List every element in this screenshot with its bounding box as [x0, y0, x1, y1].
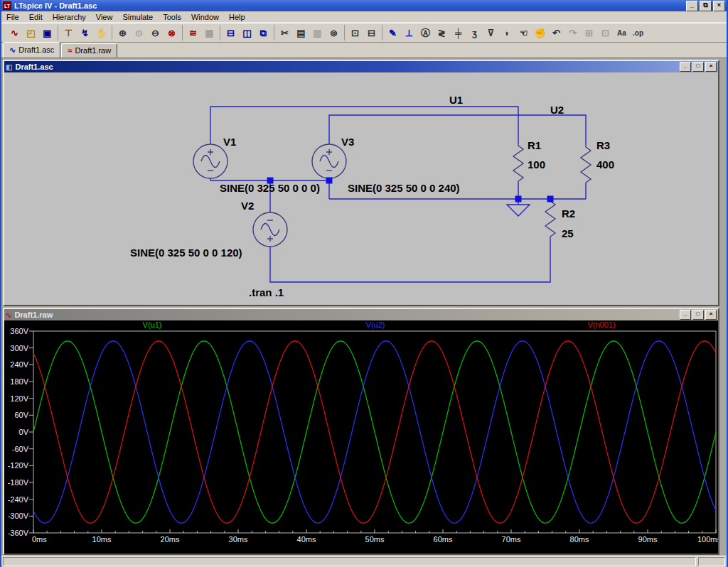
print-button[interactable]: ⊟: [363, 25, 380, 40]
schematic-wires[interactable]: [210, 107, 586, 282]
voltage-source-v3[interactable]: [312, 144, 346, 178]
status-bar: [1, 556, 727, 567]
waveform-minimize-button[interactable]: _: [680, 310, 691, 320]
minimize-button[interactable]: _: [686, 1, 698, 11]
label-r1[interactable]: R1: [528, 139, 541, 151]
schematic-maximize-button[interactable]: □: [692, 62, 704, 72]
redo-button: ↷: [564, 25, 581, 40]
menu-edit[interactable]: Edit: [24, 12, 48, 22]
plot-settings-button: ▦: [201, 25, 218, 40]
undo-icon: ↶: [552, 28, 560, 38]
window-title: LTspice IV - Draft1.asc: [14, 1, 685, 10]
ground-symbol[interactable]: [507, 205, 530, 216]
close-button[interactable]: ×: [713, 1, 725, 11]
zoom-in-button[interactable]: ⊕: [114, 25, 131, 40]
x-tick-label: 20ms: [161, 535, 180, 544]
wire-button[interactable]: ✎: [385, 25, 401, 40]
resistor-r2[interactable]: [545, 201, 555, 239]
label-v2[interactable]: V2: [241, 200, 254, 212]
x-axis[interactable]: 0ms10ms20ms30ms40ms50ms60ms70ms80ms90ms1…: [32, 529, 718, 544]
spice-directive-button[interactable]: .op: [630, 25, 646, 40]
tile-horizontally-button[interactable]: ⊟: [223, 25, 239, 40]
voltage-source-v2[interactable]: [253, 212, 287, 247]
y-tick-label: 120V: [10, 394, 28, 403]
value-v3[interactable]: SINE(0 325 50 0 0 240): [348, 182, 460, 194]
cascade-windows-button[interactable]: ⧉: [255, 25, 272, 40]
tile-vertically-button[interactable]: ◫: [239, 25, 255, 40]
waveform-tab-icon: ≈: [68, 46, 72, 55]
component-button[interactable]: ◗: [499, 25, 515, 40]
schematic-window-title-bar: ◧ Draft1.asc _ □ ×: [4, 61, 718, 72]
waveform-maximize-button[interactable]: □: [692, 310, 704, 320]
waveform-plot[interactable]: 360V300V240V180V120V60V0V-60V-120V-180V-…: [4, 320, 718, 554]
ground-button[interactable]: ⊥: [401, 25, 417, 40]
schematic-minimize-button[interactable]: _: [680, 62, 691, 72]
menu-window[interactable]: Window: [186, 12, 224, 22]
menu-view[interactable]: View: [91, 12, 118, 22]
label-v1[interactable]: V1: [223, 136, 236, 148]
value-v1[interactable]: SINE(0 325 50 0 0 0): [220, 182, 320, 194]
y-tick-label: -240V: [8, 495, 29, 504]
net-label-u1[interactable]: U1: [449, 94, 463, 106]
zoom-back-button: ⊙: [131, 25, 147, 40]
label-r3[interactable]: R3: [596, 139, 610, 151]
new-schematic-button[interactable]: ∿: [6, 25, 23, 40]
menu-help[interactable]: Help: [224, 12, 250, 22]
control-panel-button[interactable]: ⊤: [60, 25, 77, 40]
cut-button[interactable]: ✂: [277, 25, 293, 40]
extra-tool-1-button: ⊞: [581, 25, 597, 40]
save-button[interactable]: ▣: [39, 25, 55, 40]
capacitor-button[interactable]: ╪: [450, 25, 466, 40]
restore-button[interactable]: ⧉: [700, 1, 712, 11]
value-r2[interactable]: 25: [562, 227, 574, 239]
print-preview-button[interactable]: ⊡: [347, 25, 363, 40]
y-axis[interactable]: 360V300V240V180V120V60V0V-60V-120V-180V-…: [8, 327, 33, 537]
value-v2[interactable]: SINE(0 325 50 0 0 120): [130, 247, 242, 259]
value-r1[interactable]: 100: [528, 158, 545, 171]
menu-hierarchy[interactable]: Hierarchy: [48, 12, 91, 22]
waveform-plot-area[interactable]: 360V300V240V180V120V60V0V-60V-120V-180V-…: [4, 320, 718, 554]
autorange-y-axis-button[interactable]: ≋: [185, 25, 201, 40]
legend-V(u2)[interactable]: V(u2): [366, 320, 385, 329]
net-label-u2[interactable]: U2: [550, 104, 564, 116]
schematic-drawing[interactable]: V1 V3 V2 U1 U2 R1 100 R3 400 R2 25 SINE(…: [4, 72, 718, 305]
resistor-r3[interactable]: [581, 144, 591, 183]
spice-directive-text[interactable]: .tran .1: [249, 286, 284, 298]
label-v3[interactable]: V3: [341, 136, 354, 148]
new-schematic-icon: ∿: [11, 28, 18, 38]
label-r2[interactable]: R2: [562, 207, 575, 220]
legend-V(u1)[interactable]: V(u1): [143, 320, 162, 329]
resistor-r1[interactable]: [513, 143, 523, 181]
menu-file[interactable]: File: [1, 12, 24, 22]
find-icon: ⊚: [330, 28, 338, 38]
resistor-button[interactable]: ≷: [434, 25, 450, 40]
copy-button[interactable]: ▤: [293, 25, 309, 40]
inductor-button[interactable]: ʒ: [466, 25, 483, 40]
schematic-canvas[interactable]: V1 V3 V2 U1 U2 R1 100 R3 400 R2 25 SINE(…: [4, 72, 718, 305]
tab-draft1.raw[interactable]: ≈Draft1.raw: [61, 43, 117, 58]
find-button[interactable]: ⊚: [326, 25, 342, 40]
tab-draft1.asc[interactable]: ∿Draft1.asc: [3, 42, 60, 58]
text-button[interactable]: Aa: [614, 25, 630, 40]
waveform-close-button[interactable]: ×: [705, 310, 717, 320]
waveform-window: ∿ Draft1.raw _ □ × 360V300V240V180V120V6…: [3, 308, 719, 555]
menu-simulate[interactable]: Simulate: [117, 12, 158, 22]
value-r3[interactable]: 400: [596, 158, 614, 171]
open-file-button[interactable]: ◰: [23, 25, 39, 40]
net-label-button[interactable]: Ⓐ: [417, 25, 434, 40]
diode-button[interactable]: ⊽: [483, 25, 499, 40]
run-button[interactable]: ↯: [77, 25, 93, 40]
zoom-full-extents-button[interactable]: ⊗: [164, 25, 180, 40]
schematic-tab-icon: ∿: [9, 45, 16, 55]
mdi-area: ◧ Draft1.asc _ □ ×: [1, 58, 727, 556]
move-button[interactable]: ☜: [515, 25, 532, 40]
zoom-out-button[interactable]: ⊖: [147, 25, 164, 40]
schematic-close-button[interactable]: ×: [705, 62, 717, 72]
menu-tools[interactable]: Tools: [158, 12, 186, 22]
drag-button[interactable]: ✊: [532, 25, 548, 40]
legend-V(n001)[interactable]: V(n001): [587, 320, 615, 329]
y-tick-label: -60V: [12, 445, 29, 453]
schematic-window-title: Draft1.asc: [15, 63, 678, 71]
undo-button[interactable]: ↶: [548, 25, 564, 40]
voltage-source-v1[interactable]: [193, 144, 228, 178]
